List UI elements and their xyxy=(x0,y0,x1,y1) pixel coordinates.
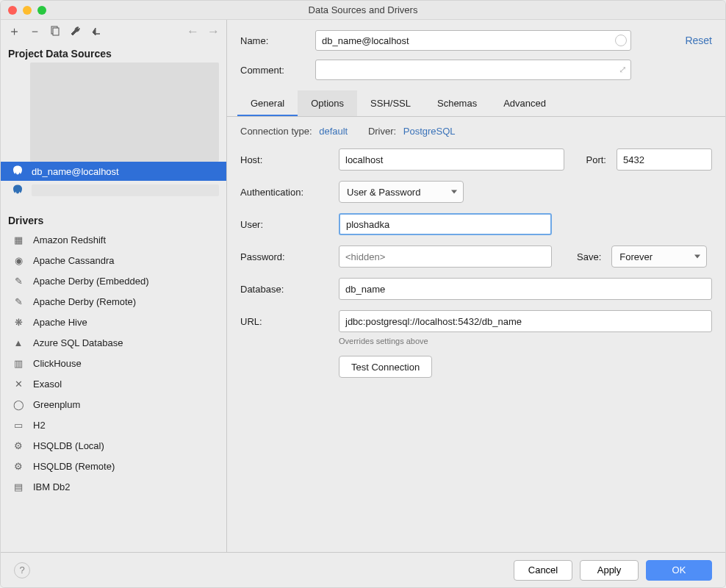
driver-h2[interactable]: ▭H2 xyxy=(1,415,226,435)
port-input[interactable] xyxy=(617,148,712,171)
url-override-note: Overrides settings above xyxy=(339,337,712,345)
circle-icon: ◯ xyxy=(11,398,26,411)
tab-ssh-ssl[interactable]: SSH/SSL xyxy=(357,90,424,116)
driver-greenplum[interactable]: ◯Greenplum xyxy=(1,394,226,415)
azure-icon: ▲ xyxy=(11,336,26,349)
dialog-footer: ? Cancel Apply OK xyxy=(1,552,725,587)
drivers-list: ▦Amazon Redshift ◉Apache Cassandra ✎Apac… xyxy=(1,229,226,552)
connection-type-label: Connection type: xyxy=(240,126,312,137)
ibm-icon: ▤ xyxy=(11,480,26,493)
sidebar-toolbar: ＋ － ← → xyxy=(1,20,226,43)
feather-icon: ✎ xyxy=(11,295,26,308)
back-icon[interactable]: ← xyxy=(187,26,198,37)
driver-label: Apache Hive xyxy=(33,317,87,328)
driver-label: Amazon Redshift xyxy=(33,234,106,245)
password-input[interactable] xyxy=(339,245,552,268)
auth-select-value: User & Password xyxy=(347,187,420,198)
tab-general[interactable]: General xyxy=(237,90,298,116)
driver-amazon-redshift[interactable]: ▦Amazon Redshift xyxy=(1,229,226,250)
bee-icon: ❋ xyxy=(11,315,26,329)
tab-options[interactable]: Options xyxy=(298,90,357,116)
driver-apache-derby-remote[interactable]: ✎Apache Derby (Remote) xyxy=(1,291,226,312)
tab-advanced[interactable]: Advanced xyxy=(490,90,559,116)
driver-hsqldb-local[interactable]: ⚙HSQLDB (Local) xyxy=(1,435,226,456)
tab-schemas[interactable]: Schemas xyxy=(424,90,490,116)
driver-ibm-db2[interactable]: ▤IBM Db2 xyxy=(1,476,226,497)
ok-button[interactable]: OK xyxy=(646,560,712,581)
port-label: Port: xyxy=(586,154,606,165)
driver-label: HSQLDB (Remote) xyxy=(33,461,115,472)
auth-select[interactable]: User & Password xyxy=(339,181,464,203)
comment-input[interactable] xyxy=(315,60,631,80)
driver-hsqldb-remote[interactable]: ⚙HSQLDB (Remote) xyxy=(1,456,226,476)
host-label: Host: xyxy=(240,154,328,165)
connection-type-link[interactable]: default xyxy=(319,126,348,137)
driver-azure-sql[interactable]: ▲Azure SQL Database xyxy=(1,332,226,353)
sidebar: ＋ － ← → Project Data Sources xyxy=(1,20,227,552)
remove-icon[interactable]: － xyxy=(29,26,40,37)
database-input[interactable] xyxy=(339,278,712,300)
data-source-row[interactable] xyxy=(1,181,226,200)
host-input[interactable] xyxy=(339,148,564,171)
data-source-tree: db_name@localhost xyxy=(1,62,226,200)
apply-button[interactable]: Apply xyxy=(580,560,639,581)
driver-label: ClickHouse xyxy=(33,358,82,369)
reset-link[interactable]: Reset xyxy=(685,35,712,46)
driver-exasol[interactable]: ✕Exasol xyxy=(1,373,226,394)
driver-label: Greenplum xyxy=(33,399,80,410)
driver-label: Azure SQL Database xyxy=(33,337,123,348)
gear-icon: ⚙ xyxy=(11,439,26,452)
driver-label: Exasol xyxy=(33,379,62,390)
save-select[interactable]: Forever xyxy=(611,245,707,268)
database-label: Database: xyxy=(240,284,328,295)
name-label: Name: xyxy=(240,35,305,46)
revert-icon[interactable] xyxy=(90,26,102,37)
svg-rect-1 xyxy=(53,28,59,35)
save-select-value: Forever xyxy=(619,251,653,262)
data-source-label: db_name@localhost xyxy=(32,166,119,177)
user-input[interactable] xyxy=(339,213,552,235)
right-pane: Name: Reset Comment: ⤢ General Options S… xyxy=(227,20,725,552)
wrench-icon[interactable] xyxy=(70,26,82,37)
url-input[interactable] xyxy=(339,310,712,332)
driver-apache-cassandra[interactable]: ◉Apache Cassandra xyxy=(1,250,226,270)
driver-label: Apache Derby (Remote) xyxy=(33,296,136,307)
name-input[interactable] xyxy=(315,30,631,51)
h2-icon: ▭ xyxy=(11,418,26,431)
color-circle-icon[interactable] xyxy=(615,35,627,46)
chevron-down-icon xyxy=(694,255,700,259)
driver-apache-hive[interactable]: ❋Apache Hive xyxy=(1,312,226,332)
drivers-heading: Drivers xyxy=(1,210,226,229)
gear-icon: ⚙ xyxy=(11,459,26,473)
password-label: Password: xyxy=(240,251,328,262)
window-title: Data Sources and Drivers xyxy=(1,4,725,15)
driver-label: Apache Derby (Embedded) xyxy=(33,276,149,287)
tab-bar: General Options SSH/SSL Schemas Advanced xyxy=(227,90,725,117)
forward-icon[interactable]: → xyxy=(207,26,219,37)
postgres-icon xyxy=(11,165,24,178)
save-label: Save: xyxy=(577,251,601,262)
cancel-button[interactable]: Cancel xyxy=(514,560,572,581)
eye-icon: ◉ xyxy=(11,254,26,267)
test-connection-button[interactable]: Test Connection xyxy=(339,356,432,378)
driver-link[interactable]: PostgreSQL xyxy=(403,126,456,137)
project-data-sources-heading: Project Data Sources xyxy=(1,43,226,62)
url-label: URL: xyxy=(240,316,328,327)
user-label: User: xyxy=(240,219,328,230)
auth-label: Authentication: xyxy=(240,187,328,198)
data-source-selected-row[interactable]: db_name@localhost xyxy=(1,162,226,181)
driver-label: HSQLDB (Local) xyxy=(33,440,104,451)
feather-icon: ✎ xyxy=(11,274,26,287)
copy-icon[interactable] xyxy=(49,26,61,37)
postgres-icon xyxy=(11,184,24,197)
x-icon: ✕ xyxy=(11,377,26,390)
database-icon: ▦ xyxy=(11,233,26,246)
comment-label: Comment: xyxy=(240,65,305,76)
connection-hint-row: Connection type: default Driver: Postgre… xyxy=(240,126,712,137)
help-button[interactable]: ? xyxy=(14,562,30,578)
driver-clickhouse[interactable]: ▥ClickHouse xyxy=(1,353,226,373)
driver-apache-derby-embedded[interactable]: ✎Apache Derby (Embedded) xyxy=(1,270,226,291)
driver-label: Driver: xyxy=(368,126,396,137)
add-icon[interactable]: ＋ xyxy=(8,26,20,37)
titlebar: Data Sources and Drivers xyxy=(1,1,725,20)
